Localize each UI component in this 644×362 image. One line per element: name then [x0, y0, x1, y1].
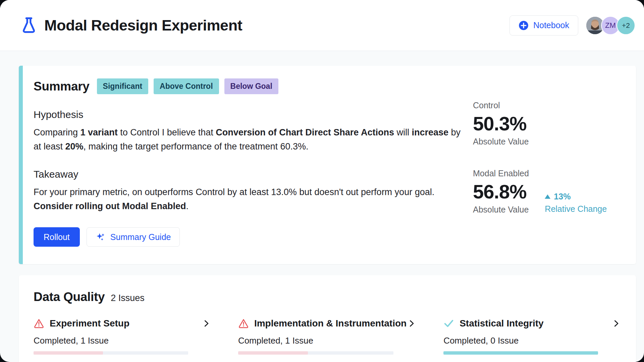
takeaway-text: For your primary metric, on outperforms … [34, 185, 470, 214]
hypothesis-heading: Hypothesis [34, 109, 473, 120]
plus-circle-icon [519, 20, 529, 31]
main-content: Summary Significant Above Control Below … [0, 51, 644, 362]
variant-stat-value: 56.8% [473, 180, 529, 203]
summary-card: Summary Significant Above Control Below … [19, 66, 636, 264]
data-quality-header: Data Quality 2 Issues [34, 290, 621, 304]
hypothesis-text: Comparing 1 variant to Control I believe… [34, 126, 470, 154]
dq-item-status: Completed, 1 Issue [34, 336, 211, 346]
dq-progress-bar [238, 351, 393, 355]
avatar-stack: ZM +2 [586, 16, 635, 35]
notebook-button[interactable]: Notebook [509, 15, 578, 36]
warning-icon [34, 318, 44, 329]
notebook-button-label: Notebook [533, 20, 569, 30]
control-stat: Control 50.3% Absolute Value [473, 101, 617, 146]
relative-change-value-line: 13% [545, 192, 607, 201]
relative-change: 13% Relative Change [545, 192, 607, 215]
rollout-button[interactable]: Rollout [34, 227, 80, 247]
control-stat-name: Control [473, 101, 617, 110]
dq-card-statistical-integrity[interactable]: Statistical Integrity Completed, 0 Issue [443, 318, 621, 355]
summary-header: Summary Significant Above Control Below … [34, 78, 473, 94]
dq-progress-fill [238, 351, 308, 355]
dq-item-head: Statistical Integrity [443, 318, 621, 329]
dq-card-implementation[interactable]: Implementation & Instrumentation Complet… [238, 318, 417, 355]
dq-progress-fill [443, 351, 598, 355]
dq-item-title: Experiment Setup [50, 318, 129, 329]
relative-change-value: 13% [554, 192, 571, 201]
control-stat-value: 50.3% [473, 112, 617, 135]
dq-progress-bar [34, 351, 188, 355]
sparkles-icon [96, 232, 106, 242]
badge-significant: Significant [97, 78, 149, 94]
arrow-up-icon [545, 194, 550, 199]
variant-stat-caption: Absolute Value [473, 205, 529, 215]
badge-above-control: Above Control [154, 78, 219, 94]
chevron-right-icon[interactable] [407, 318, 417, 328]
variant-stat: Modal Enabled 56.8% Absolute Value 13% [473, 169, 617, 215]
dq-item-title: Implementation & Instrumentation [254, 318, 407, 329]
dq-item-head: Experiment Setup [34, 318, 211, 329]
header-left: Modal Redesign Experiment [21, 17, 509, 34]
dq-card-experiment-setup[interactable]: Experiment Setup Completed, 1 Issue [34, 318, 211, 355]
avatar-overflow-count[interactable]: +2 [616, 16, 635, 35]
summary-guide-button[interactable]: Summary Guide [87, 227, 180, 247]
data-quality-issue-count: 2 Issues [111, 293, 145, 303]
experiment-flask-icon [21, 17, 37, 34]
summary-guide-label: Summary Guide [110, 232, 171, 242]
control-stat-caption: Absolute Value [473, 137, 617, 146]
dq-item-status: Completed, 1 Issue [238, 336, 417, 346]
dq-item-head: Implementation & Instrumentation [238, 318, 417, 329]
variant-stat-row: 56.8% Absolute Value 13% Relative Change [473, 180, 617, 215]
dq-item-status: Completed, 0 Issue [443, 336, 621, 346]
data-quality-heading: Data Quality [34, 290, 105, 304]
data-quality-card: Data Quality 2 Issues Experiment Setup [19, 275, 636, 362]
relative-change-label: Relative Change [545, 204, 607, 214]
summary-stats-column: Control 50.3% Absolute Value Modal Enabl… [473, 78, 617, 247]
variant-stat-main: 56.8% Absolute Value [473, 180, 529, 215]
data-quality-grid: Experiment Setup Completed, 1 Issue [34, 318, 621, 355]
chevron-right-icon[interactable] [611, 318, 621, 328]
variant-stat-name: Modal Enabled [473, 169, 617, 178]
warning-icon [238, 318, 249, 329]
badge-below-goal: Below Goal [224, 78, 278, 94]
app-header: Modal Redesign Experiment Notebook [0, 0, 644, 51]
dq-item-title: Statistical Integrity [460, 318, 544, 329]
check-icon [443, 318, 454, 329]
summary-left-column: Summary Significant Above Control Below … [34, 78, 473, 247]
summary-heading: Summary [34, 79, 90, 94]
summary-actions: Rollout Summary Guide [34, 227, 473, 247]
dq-progress-fill [34, 351, 103, 355]
chevron-right-icon[interactable] [201, 318, 211, 328]
dq-progress-bar [443, 351, 598, 355]
takeaway-heading: Takeaway [34, 169, 473, 180]
header-right: Notebook ZM +2 [509, 15, 635, 36]
page-title: Modal Redesign Experiment [44, 17, 242, 34]
app-window: Modal Redesign Experiment Notebook [0, 0, 644, 362]
